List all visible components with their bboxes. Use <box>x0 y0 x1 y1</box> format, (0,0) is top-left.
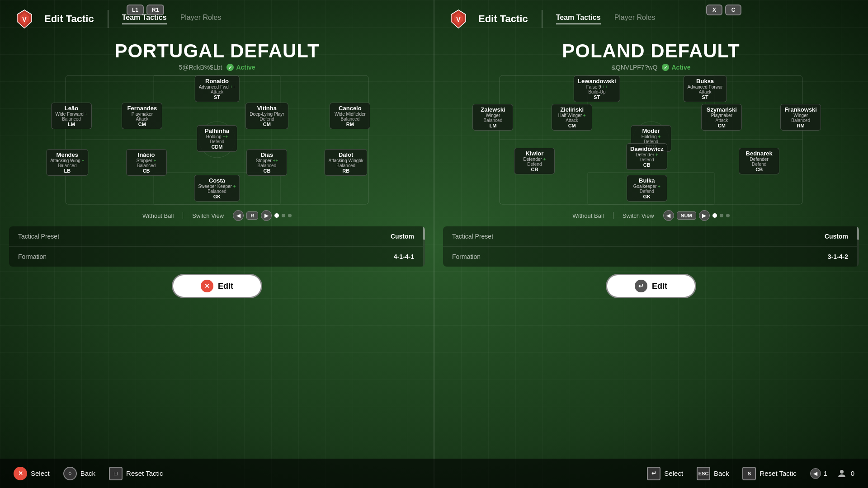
right-panel: V Edit Tactic Team Tactics Player Roles … <box>434 0 868 488</box>
left-view-next[interactable]: ▶ <box>261 210 272 221</box>
left-player-inacio: Inácio Stopper + Balanced CB <box>126 149 167 176</box>
right-player-bulka: Bułka Goalkeeper + Defend GK <box>627 175 667 202</box>
left-formation-value: 4-1-4-1 <box>394 253 414 260</box>
left-player-mendes: Mendes Attacking Wing + Balanced LB <box>46 149 88 176</box>
right-dot-3 <box>726 214 730 217</box>
right-view-prev[interactable]: ◀ <box>663 210 674 221</box>
right-select-label: Select <box>664 469 683 477</box>
left-panel: V Edit Tactic Team Tactics Player Roles … <box>0 0 434 488</box>
right-back-label: Back <box>714 469 729 477</box>
right-players-layer: Lewandowski False 9 ++ Build-Up ST Buksa… <box>443 73 859 206</box>
left-player-costa: Costa Sweeper Keeper + Balanced GK <box>194 175 240 202</box>
right-tactical-preset-row: Tactical Preset Custom <box>443 226 857 247</box>
left-nav-tabs: Team Tactics Player Roles <box>122 14 222 24</box>
right-player-dawidowicz: Dawidowicz Defender + Defend CB <box>626 143 668 170</box>
right-header-divider <box>542 10 542 28</box>
right-formation-label: Formation <box>452 253 481 260</box>
right-player-frankowski: Frankowski Winger Balanced RM <box>780 104 821 131</box>
left-header: V Edit Tactic Team Tactics Player Roles <box>0 0 434 38</box>
left-team-code: 5@RdkB%$Lbt <box>179 64 222 71</box>
right-active-dot <box>662 64 669 71</box>
player-count: 0 <box>851 469 854 477</box>
left-edit-button[interactable]: ✕ Edit <box>172 274 262 298</box>
left-player-vitinha: Vitinha Deep-Lying Playr Defend CM <box>245 103 288 129</box>
right-select-action: ↵ Select <box>647 467 683 480</box>
svg-text:V: V <box>456 16 461 23</box>
page-number: 1 <box>824 470 827 477</box>
right-edit-button[interactable]: ↵ Edit <box>606 274 696 298</box>
left-player-palhinha: Palhinha Holding ++ Defend CDM <box>197 125 237 152</box>
left-reset-action: □ Reset Tactic <box>109 467 163 480</box>
right-player-kiwior: Kiwior Defender + Defend CB <box>514 148 555 174</box>
right-tab-player-roles[interactable]: Player Roles <box>614 14 656 24</box>
page-prev-btn[interactable]: ◀ <box>810 468 821 479</box>
right-player-szymanski: Szymański Playmaker Attack CM <box>701 104 742 131</box>
left-edit-btn-container: ✕ Edit <box>0 270 434 302</box>
left-active-badge: Active <box>226 64 255 71</box>
right-team-code: &QNVLPF7?wQ <box>612 64 658 71</box>
right-team-name: POLAND Default <box>434 40 868 62</box>
left-reset-icon: □ <box>109 467 123 480</box>
right-edit-label: Edit <box>652 282 667 291</box>
right-active-badge: Active <box>662 64 690 71</box>
left-player-dalot: Dalot Attacking Wingbk Balanced RB <box>325 149 368 176</box>
right-player-zielinski: Zieliński Half Winger + Attack CM <box>552 104 592 131</box>
left-view-prev[interactable]: ◀ <box>233 210 244 221</box>
left-player-ronaldo: Ronaldo Advanced Fwd ++ Attack ST <box>195 75 240 102</box>
right-view-controls: ◀ NUM ▶ <box>663 210 730 221</box>
right-dot-1 <box>712 213 717 218</box>
right-dot-2 <box>720 214 723 217</box>
svg-text:V: V <box>22 16 27 23</box>
left-info-panel: Tactical Preset Custom Formation 4-1-4-1 <box>9 226 425 267</box>
right-edit-tactic-title: Edit Tactic <box>478 13 528 25</box>
right-view-btn-label[interactable]: NUM <box>677 211 696 220</box>
left-player-cancelo: Cancelo Wide Midfielder Balanced RM <box>330 103 370 129</box>
right-formation-row: Formation 3-1-4-2 <box>443 247 857 267</box>
right-without-ball: Without Ball <box>572 212 604 219</box>
left-tab-player-roles[interactable]: Player Roles <box>180 14 222 24</box>
left-switch-divider <box>183 212 183 219</box>
right-team-logo: V <box>448 8 469 30</box>
left-player-fernandes: Fernandes Playmaker Attack CM <box>122 103 162 129</box>
left-team-name-section: PORTUGAL Default 5@RdkB%$Lbt Active <box>0 38 434 73</box>
right-active-label: Active <box>671 64 690 71</box>
right-tab-team-tactics[interactable]: Team Tactics <box>556 14 601 24</box>
right-header: V Edit Tactic Team Tactics Player Roles <box>434 0 868 38</box>
left-view-controls: ◀ R ▶ <box>233 210 292 221</box>
left-back-action: ○ Back <box>63 467 95 480</box>
right-player-zalewski: Zalewski Winger Balanced LM <box>472 104 513 131</box>
right-edit-btn-container: ↵ Edit <box>434 270 868 302</box>
left-dot-1 <box>274 213 279 218</box>
left-team-meta: 5@RdkB%$Lbt Active <box>0 64 434 71</box>
left-tab-team-tactics[interactable]: Team Tactics <box>122 14 167 24</box>
left-active-dot <box>226 64 234 71</box>
right-switch-view-label: Switch View <box>623 212 654 219</box>
right-team-name-section: POLAND Default &QNVLPF7?wQ Active <box>434 38 868 73</box>
bottom-right-indicators: ◀ 1 0 <box>810 468 854 479</box>
left-reset-label: Reset Tactic <box>126 469 163 477</box>
left-scrollbar-thumb <box>423 226 425 240</box>
left-switch-view-label: Switch View <box>192 212 224 219</box>
left-header-divider <box>108 10 108 28</box>
right-reset-action: S Reset Tactic <box>742 467 796 480</box>
left-edit-btn-icon: ✕ <box>201 280 213 292</box>
right-back-action: ESC Back <box>697 467 729 480</box>
right-field: Lewandowski False 9 ++ Build-Up ST Buksa… <box>443 73 859 206</box>
left-select-action: ✕ Select <box>14 467 50 480</box>
left-field: Ronaldo Advanced Fwd ++ Attack ST Leão W… <box>9 73 425 206</box>
left-back-label: Back <box>80 469 95 477</box>
right-team-meta: &QNVLPF7?wQ Active <box>434 64 868 71</box>
left-dot-3 <box>288 214 292 217</box>
left-active-label: Active <box>236 64 255 71</box>
right-reset-label: Reset Tactic <box>760 469 796 477</box>
left-view-btn-label[interactable]: R <box>246 211 258 220</box>
right-view-next[interactable]: ▶ <box>699 210 710 221</box>
right-select-icon: ↵ <box>647 467 660 480</box>
right-edit-btn-icon: ↵ <box>635 280 647 292</box>
left-tactical-preset-value: Custom <box>391 233 414 240</box>
left-formation-label: Formation <box>18 253 47 260</box>
right-tactical-preset-value: Custom <box>825 233 848 240</box>
left-edit-tactic-title: Edit Tactic <box>44 13 94 25</box>
right-switch-divider <box>613 212 613 219</box>
left-player-dias: Dias Stopper ++ Balanced CB <box>246 149 287 176</box>
